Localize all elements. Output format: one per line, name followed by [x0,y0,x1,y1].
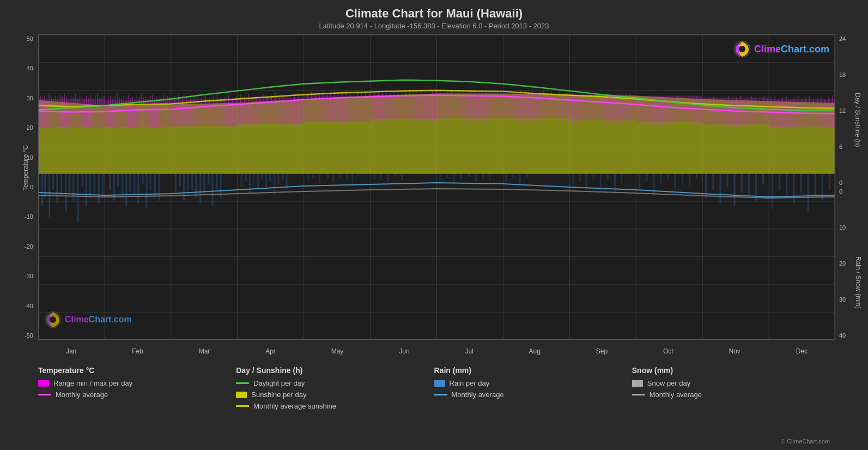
svg-rect-36 [82,173,83,187]
svg-rect-136 [808,173,809,212]
svg-rect-97 [468,173,470,177]
svg-rect-74 [269,173,271,182]
svg-rect-134 [793,173,794,203]
y-axis-right: 24 18 12 6 0 [837,34,867,187]
svg-rect-115 [653,173,654,195]
svg-rect-56 [179,173,181,187]
legend-line-sunshine-avg [236,405,249,407]
legend-line-snow-avg [632,394,645,395]
legend-item-snow-avg: Monthly average [632,391,830,399]
svg-rect-57 [183,173,185,201]
svg-rect-104 [526,173,528,178]
svg-rect-121 [696,173,697,179]
svg-rect-65 [216,173,217,190]
svg-rect-58 [187,173,189,195]
legend-line-temp-avg [38,394,51,395]
svg-rect-113 [639,173,640,189]
svg-rect-120 [689,173,690,187]
svg-rect-91 [394,173,396,176]
legend-label-snow-day: Snow per day [647,379,691,387]
svg-rect-72 [261,173,263,179]
svg-rect-89 [380,173,382,178]
svg-rect-82 [327,173,329,179]
main-title: Climate Chart for Maui (Hawaii) [0,7,868,21]
legend-col-snow: Snow (mm) Snow per day Monthly average [632,366,830,445]
legend-line-daylight [236,382,249,384]
legend-col-sunshine: Day / Sunshine (h) Daylight per day Suns… [236,366,434,445]
legend-item-snow-day: Snow per day [632,379,830,387]
svg-rect-124 [719,173,721,203]
copyright: © ClimeChart.com [781,438,830,445]
legend-swatch-rain [434,380,445,387]
svg-rect-105 [572,173,574,184]
y-label-right-bottom: Rain / Snow (mm) [854,256,862,309]
svg-rect-103 [519,173,521,184]
svg-rect-145 [238,98,304,124]
svg-rect-32 [65,173,66,212]
svg-rect-142 [39,99,105,128]
svg-rect-96 [460,173,462,179]
svg-rect-119 [682,173,683,183]
svg-rect-62 [203,173,205,193]
svg-rect-81 [319,173,320,184]
svg-rect-33 [69,173,70,193]
svg-rect-83 [332,173,334,182]
svg-rect-137 [815,173,816,195]
svg-rect-29 [52,173,54,190]
svg-rect-77 [282,173,283,180]
svg-rect-126 [734,173,736,206]
svg-rect-48 [133,173,135,195]
logo-icon [733,40,751,58]
svg-rect-128 [748,173,750,195]
svg-rect-60 [195,173,197,198]
svg-rect-116 [660,173,662,184]
svg-rect-131 [772,173,773,209]
svg-rect-39 [94,173,95,193]
logo-icon-small [44,311,62,328]
x-axis: Jan Feb Mar Apr May Jun Jul Aug Sep Oct … [38,347,835,355]
svg-rect-132 [779,173,780,190]
legend-item-temp-avg: Monthly average [38,391,236,399]
y-label-left: Temperature °C [22,145,29,191]
svg-rect-125 [727,173,729,187]
chart-wrapper: 50 40 30 20 10 0 -10 -20 -30 -40 -50 24 … [38,34,835,340]
svg-rect-64 [211,173,213,206]
svg-rect-108 [593,173,594,179]
svg-rect-41 [102,173,104,195]
svg-rect-135 [800,173,802,193]
svg-rect-49 [137,173,139,203]
legend-label-sunshine: Sunshine per day [251,391,306,399]
chart-area: ClimeChart.com ClimeChart.com [38,34,835,340]
legend-item-sunshine: Sunshine per day [236,391,434,399]
svg-rect-127 [741,173,743,193]
legend-area: Temperature °C Range min / max per day M… [0,357,868,450]
svg-rect-94 [446,173,448,178]
svg-rect-106 [579,173,580,182]
svg-rect-88 [374,173,375,179]
svg-rect-70 [253,173,254,184]
logo-bottom-left: ClimeChart.com [44,311,132,328]
legend-label-temp-range: Range min / max per day [53,379,132,387]
svg-rect-110 [607,173,609,180]
svg-rect-76 [277,173,279,184]
svg-rect-37 [86,173,87,206]
svg-rect-42 [109,173,111,190]
legend-item-rain-day: Rain per day [434,379,632,387]
svg-rect-80 [312,173,314,178]
svg-rect-40 [98,173,100,203]
legend-item-daylight: Daylight per day [236,379,434,387]
legend-label-rain-avg: Monthly average [452,391,504,399]
svg-rect-133 [786,173,787,198]
legend-title-sunshine: Day / Sunshine (h) [236,366,434,375]
main-container: Climate Chart for Maui (Hawaii) Latitude… [0,0,868,450]
svg-rect-27 [44,173,46,198]
legend-title-snow: Snow (mm) [632,366,830,375]
svg-rect-118 [675,173,676,190]
svg-rect-109 [600,173,602,187]
svg-rect-52 [150,173,151,190]
svg-rect-50 [142,173,143,184]
chart-svg [39,35,835,339]
legend-line-rain-avg [434,394,447,395]
svg-point-1 [739,46,745,52]
svg-rect-87 [357,173,359,176]
